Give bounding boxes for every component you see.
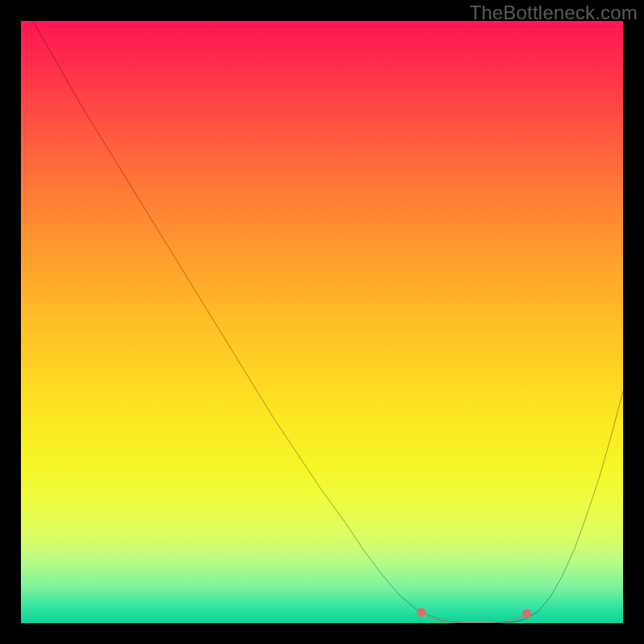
watermark-text: TheBottleneck.com [469, 2, 638, 24]
bottleneck-curve [33, 21, 623, 623]
plot-area [21, 21, 623, 623]
chart-frame: TheBottleneck.com [0, 0, 644, 644]
curve-svg [21, 21, 623, 623]
valley-dot [522, 609, 531, 617]
valley-highlight-line [421, 613, 526, 623]
valley-dot [417, 608, 426, 617]
valley-highlight-dots [417, 608, 531, 618]
